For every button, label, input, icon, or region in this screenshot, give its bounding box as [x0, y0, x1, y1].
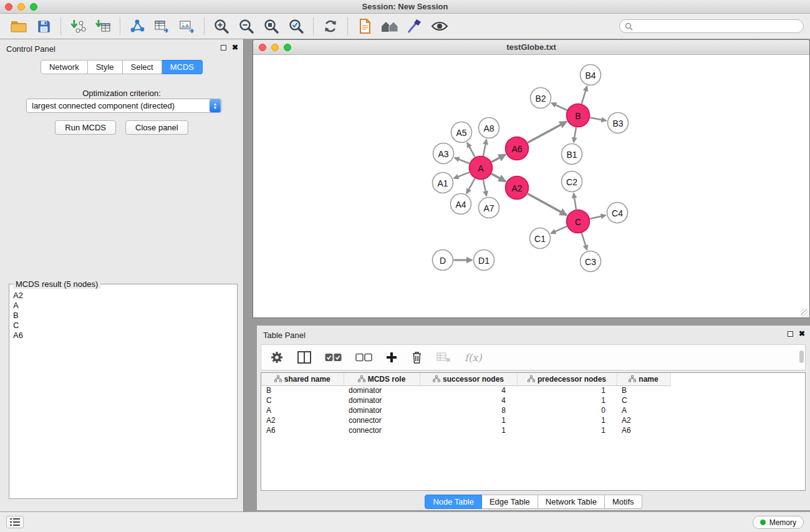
export-image-button[interactable] — [175, 16, 200, 37]
delete-table-button[interactable] — [436, 347, 451, 368]
graph-node-B[interactable]: B — [567, 104, 590, 127]
resize-grip[interactable] — [801, 309, 809, 317]
graph-node-C3[interactable]: C3 — [581, 251, 601, 272]
run-mcds-button[interactable]: Run MCDS — [55, 120, 116, 135]
close-window-button[interactable] — [5, 3, 12, 11]
graph-node-A6[interactable]: A6 — [506, 137, 529, 160]
edge-A2-C[interactable] — [528, 193, 566, 215]
edge-B-B1[interactable] — [574, 127, 576, 142]
mcds-result-item[interactable]: A6 — [13, 331, 233, 341]
edge-B-B2[interactable] — [552, 103, 567, 110]
show-hide-button[interactable] — [427, 16, 452, 37]
table-settings-button[interactable] — [270, 347, 284, 368]
graph-node-A1[interactable]: A1 — [433, 173, 453, 193]
tab-node-table[interactable]: Node Table — [425, 495, 482, 509]
graph-node-C2[interactable]: C2 — [562, 172, 582, 192]
open-document-button[interactable] — [352, 16, 377, 37]
show-columns-button[interactable] — [297, 347, 311, 368]
graph-node-C4[interactable]: C4 — [607, 203, 628, 223]
select-all-rows-button[interactable] — [325, 347, 342, 368]
graph-node-A4[interactable]: A4 — [451, 194, 471, 215]
graph-node-B1[interactable]: B1 — [562, 144, 582, 165]
graph-node-A8[interactable]: A8 — [479, 118, 499, 138]
edge-C-C4[interactable] — [590, 215, 605, 219]
tab-network[interactable]: Network — [41, 60, 88, 74]
close-table-panel-icon[interactable]: ✖ — [799, 331, 805, 337]
column-header-MCDS-role[interactable]: MCDS role — [344, 373, 420, 385]
graph-node-B2[interactable]: B2 — [531, 88, 551, 109]
add-column-button[interactable] — [386, 347, 397, 368]
table-row[interactable]: A6connector11A6 — [261, 425, 670, 435]
panel-list-button[interactable] — [6, 516, 24, 528]
edge-A-A1[interactable] — [454, 172, 470, 178]
open-session-button[interactable] — [6, 16, 31, 37]
graph-node-A7[interactable]: A7 — [479, 198, 499, 218]
graph-node-A3[interactable]: A3 — [433, 143, 454, 164]
maximize-window-button[interactable] — [30, 3, 37, 11]
optimization-criterion-select[interactable]: largest connected component (directed) ▲… — [26, 99, 222, 113]
deselect-all-rows-button[interactable] — [355, 347, 372, 368]
search-field[interactable] — [619, 19, 804, 33]
new-network-button[interactable] — [125, 16, 150, 37]
table-row[interactable]: Cdominator41C — [261, 395, 670, 405]
table-row[interactable]: A2connector11A2 — [261, 415, 670, 425]
tab-select[interactable]: Select — [123, 60, 162, 74]
edge-A-A6[interactable] — [491, 155, 505, 162]
graph-node-C[interactable]: C — [567, 210, 590, 233]
edge-A-A4[interactable] — [466, 178, 475, 193]
float-panel-icon[interactable] — [221, 45, 226, 51]
zoom-selected-button[interactable] — [284, 16, 309, 37]
close-panel-button[interactable]: Close panel — [125, 120, 188, 135]
edge-C-C3[interactable] — [582, 233, 587, 250]
graph-node-B4[interactable]: B4 — [581, 65, 601, 85]
network-close-button[interactable] — [259, 44, 266, 51]
edge-B-B4[interactable] — [582, 87, 587, 104]
edge-A-A8[interactable] — [483, 140, 486, 156]
memory-button[interactable]: Memory — [753, 516, 804, 529]
mcds-result-item[interactable]: C — [13, 321, 233, 331]
mcds-result-item[interactable]: A2 — [13, 291, 233, 301]
import-network-file-button[interactable] — [65, 16, 90, 37]
float-table-panel-icon[interactable] — [788, 331, 793, 337]
network-minimize-button[interactable] — [271, 44, 279, 51]
tab-mcds[interactable]: MCDS — [162, 60, 203, 74]
column-header-successor-nodes[interactable]: successor nodes — [420, 373, 517, 385]
edge-A6-B[interactable] — [528, 122, 566, 142]
home-layout-button[interactable] — [377, 16, 402, 37]
tab-network-table[interactable]: Network Table — [538, 495, 605, 509]
graph-node-A5[interactable]: A5 — [451, 122, 472, 143]
column-header-name[interactable]: name — [617, 373, 670, 385]
edge-A-A3[interactable] — [455, 158, 470, 163]
graph-node-B3[interactable]: B3 — [608, 113, 629, 133]
function-builder-button[interactable]: f(x) — [465, 347, 481, 368]
tab-motifs[interactable]: Motifs — [605, 495, 642, 509]
edge-C-C2[interactable] — [574, 193, 576, 209]
search-input[interactable] — [636, 22, 798, 31]
style-brush-button[interactable] — [402, 16, 427, 37]
zoom-out-button[interactable] — [234, 16, 259, 37]
export-table-button[interactable] — [150, 16, 175, 37]
graph-node-A2[interactable]: A2 — [506, 177, 529, 200]
network-canvas[interactable]: B4B2BB3A5A8A6A3B1AC2A1A2A4A7C4CC1DD1C3 — [253, 55, 809, 317]
edge-A-A2[interactable] — [491, 173, 505, 181]
tab-edge-table[interactable]: Edge Table — [482, 495, 538, 509]
column-header-shared-name[interactable]: shared name — [261, 373, 344, 385]
edge-A-A7[interactable] — [483, 180, 486, 196]
table-row[interactable]: Adominator80A — [261, 405, 670, 415]
table-row[interactable]: Bdominator41B — [261, 385, 670, 395]
graph-node-D[interactable]: D — [433, 250, 453, 271]
close-panel-icon[interactable]: ✖ — [232, 44, 238, 51]
refresh-button[interactable] — [318, 16, 343, 37]
edge-A-A5[interactable] — [467, 143, 475, 157]
save-session-button[interactable] — [31, 16, 56, 37]
tab-style[interactable]: Style — [88, 60, 123, 74]
delete-column-button[interactable] — [411, 347, 423, 368]
zoom-in-button[interactable] — [209, 16, 234, 37]
edge-C-C1[interactable] — [551, 226, 567, 233]
import-table-file-button[interactable] — [90, 16, 115, 37]
graph-node-C1[interactable]: C1 — [530, 228, 551, 249]
edge-B-B3[interactable] — [590, 118, 606, 121]
zoom-fit-button[interactable] — [259, 16, 284, 37]
mcds-result-item[interactable]: B — [13, 311, 233, 321]
graph-node-D1[interactable]: D1 — [474, 250, 494, 271]
